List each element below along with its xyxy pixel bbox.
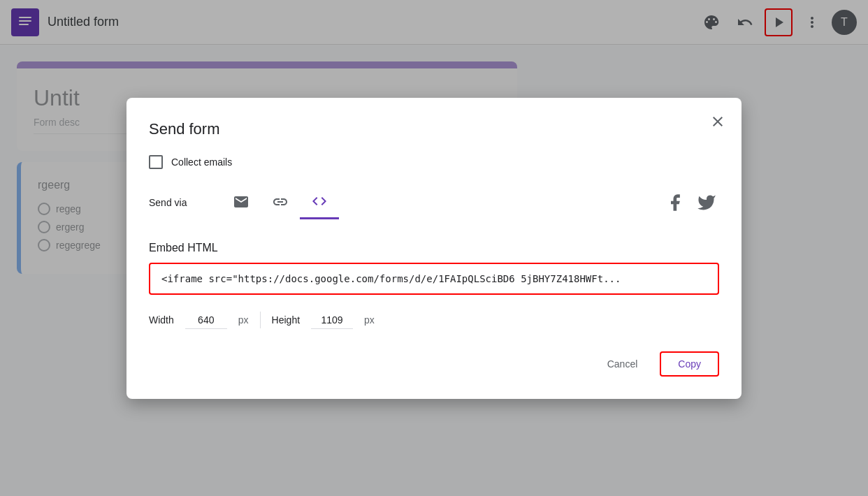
send-via-label: Send via: [149, 197, 205, 208]
close-button[interactable]: [705, 109, 730, 134]
width-input[interactable]: [185, 312, 227, 329]
cancel-button[interactable]: Cancel: [591, 353, 655, 375]
height-label: Height: [272, 314, 300, 326]
tab-link[interactable]: [261, 186, 300, 219]
modal-overlay: Send form Collect emails Send via: [0, 0, 868, 496]
send-tabs: [222, 186, 663, 219]
dialog-title: Send form: [149, 120, 719, 138]
collect-emails-label: Collect emails: [171, 156, 232, 168]
dimensions-row: Width px Height px: [149, 312, 719, 329]
send-via-row: Send via: [149, 186, 719, 219]
social-icons: [663, 190, 719, 215]
embed-html-label: Embed HTML: [149, 242, 719, 254]
send-form-dialog: Send form Collect emails Send via: [126, 98, 742, 399]
tab-embed[interactable]: [300, 186, 339, 219]
copy-button[interactable]: Copy: [660, 351, 719, 377]
embed-code-input[interactable]: [161, 273, 707, 284]
facebook-button[interactable]: [663, 190, 688, 215]
dimension-divider: [260, 312, 261, 328]
embed-input-wrapper[interactable]: [149, 263, 719, 295]
collect-emails-row: Collect emails: [149, 155, 719, 169]
tab-email[interactable]: [222, 186, 261, 219]
twitter-button[interactable]: [694, 190, 719, 215]
collect-emails-checkbox[interactable]: [149, 155, 163, 169]
height-input[interactable]: [311, 312, 353, 329]
width-unit: px: [238, 314, 249, 326]
width-label: Width: [149, 314, 174, 326]
dialog-actions: Cancel Copy: [149, 351, 719, 377]
height-unit: px: [364, 314, 375, 326]
